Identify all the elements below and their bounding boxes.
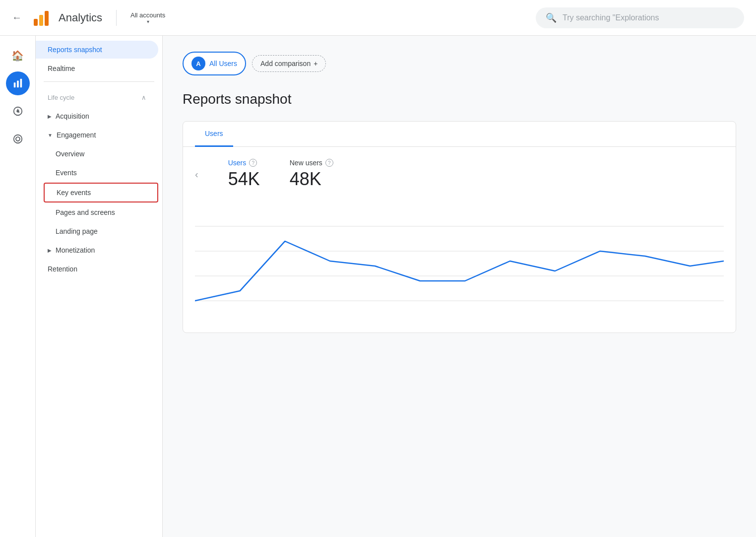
metric-new-users-label: New users <box>290 159 322 167</box>
metric-new-users-help[interactable]: ? <box>325 159 333 167</box>
icon-nav: 🏠 <box>0 36 36 537</box>
main-content: A All Users Add comparison + Reports sna… <box>163 36 756 537</box>
svg-rect-1 <box>17 81 19 88</box>
prev-button[interactable]: ‹ <box>195 169 198 180</box>
nav-divider <box>116 10 117 26</box>
all-users-label: All Users <box>209 60 237 67</box>
add-comparison-label: Add comparison <box>260 60 311 67</box>
sidebar-section-lifecycle: Life cycle ∧ <box>36 86 158 106</box>
top-nav: ← Analytics All accounts ▾ 🔍 Try searchi… <box>0 0 756 36</box>
advertising-icon <box>12 134 23 144</box>
tab-users[interactable]: Users <box>195 122 233 147</box>
sidebar-item-reports-snapshot[interactable]: Reports snapshot <box>36 41 158 59</box>
main-layout: 🏠 Reports snapshot Realtime <box>0 36 756 537</box>
search-placeholder-text: Try searching "Explorations <box>563 13 659 22</box>
search-bar[interactable]: 🔍 Try searching "Explorations <box>536 7 744 28</box>
side-menu: Reports snapshot Realtime Life cycle ∧ ▶… <box>36 36 163 537</box>
sidebar-item-acquisition[interactable]: ▶ Acquisition <box>36 107 158 125</box>
acquisition-label: Acquisition <box>56 112 89 120</box>
stats-card: Users ‹ Users ? 54K New users <box>183 121 736 333</box>
explore-icon <box>12 106 23 117</box>
metric-users-value: 54K <box>228 169 260 190</box>
account-selector[interactable]: All accounts ▾ <box>130 11 165 24</box>
filter-bar: A All Users Add comparison + <box>183 52 736 75</box>
svg-point-5 <box>13 135 22 143</box>
svg-rect-2 <box>20 79 22 87</box>
card-tab-bar: Users <box>183 122 736 147</box>
sidebar-item-landing-page[interactable]: Landing page <box>36 222 158 240</box>
logo-bar-1 <box>34 19 38 26</box>
back-button[interactable]: ← <box>12 12 22 23</box>
svg-rect-0 <box>13 82 15 87</box>
metric-users-label-row: Users ? <box>228 159 260 167</box>
search-icon: 🔍 <box>546 12 557 23</box>
sidebar-item-overview[interactable]: Overview <box>36 145 158 163</box>
sidebar-item-monetization[interactable]: ▶ Monetization <box>36 241 158 259</box>
reports-icon <box>12 78 23 89</box>
all-users-chip[interactable]: A All Users <box>183 52 246 75</box>
account-label: All accounts <box>130 11 165 19</box>
sidebar-item-retention[interactable]: Retention <box>36 260 158 278</box>
nav-reports[interactable] <box>6 71 30 95</box>
menu-divider-1 <box>44 81 154 82</box>
logo-bar-3 <box>45 11 49 26</box>
app-title: Analytics <box>59 11 102 24</box>
sidebar-item-realtime[interactable]: Realtime <box>36 60 158 77</box>
metric-users-label: Users <box>228 159 247 167</box>
account-dropdown-arrow: ▾ <box>130 19 165 24</box>
engagement-label: Engagement <box>57 131 96 139</box>
sidebar-item-engagement[interactable]: ▼ Engagement <box>36 126 158 144</box>
logo-icon <box>34 10 49 26</box>
page-title: Reports snapshot <box>183 91 736 107</box>
logo-bar-2 <box>39 15 43 26</box>
monetization-arrow: ▶ <box>48 248 52 253</box>
sidebar-item-pages-screens[interactable]: Pages and screens <box>36 203 158 221</box>
add-comparison-button[interactable]: Add comparison + <box>252 55 326 72</box>
acquisition-arrow: ▶ <box>48 114 52 119</box>
chart-area <box>195 201 724 321</box>
card-body: ‹ Users ? 54K New users ? 48K <box>183 147 736 333</box>
metrics-row: ‹ Users ? 54K New users ? 48K <box>195 159 724 190</box>
sidebar-item-events[interactable]: Events <box>36 164 158 182</box>
user-avatar: A <box>191 57 205 70</box>
chart-svg <box>195 201 724 321</box>
nav-advertising[interactable] <box>6 127 30 151</box>
engagement-arrow: ▼ <box>48 133 53 138</box>
svg-point-4 <box>17 110 19 112</box>
nav-home[interactable]: 🏠 <box>6 44 30 67</box>
sidebar-item-key-events[interactable]: Key events <box>44 183 158 202</box>
nav-explore[interactable] <box>6 99 30 123</box>
lifecycle-label: Life cycle <box>48 94 74 101</box>
add-comparison-plus: + <box>314 60 317 67</box>
monetization-label: Monetization <box>56 246 95 254</box>
metric-users: Users ? 54K <box>228 159 260 190</box>
metric-new-users-value: 48K <box>290 169 333 190</box>
metric-users-help[interactable]: ? <box>249 159 257 167</box>
lifecycle-chevron: ∧ <box>141 94 146 101</box>
metric-new-users-label-row: New users ? <box>290 159 333 167</box>
metric-new-users: New users ? 48K <box>290 159 333 190</box>
